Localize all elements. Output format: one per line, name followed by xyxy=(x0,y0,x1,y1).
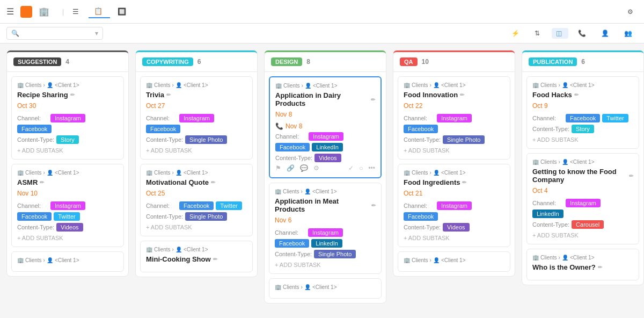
content-type-tag: Single Photo xyxy=(443,135,485,144)
edit-icon[interactable]: ✏ xyxy=(460,92,464,98)
col-body-publication: 🏢 Clients › 👤 <Client 1> Food Hacks ✏ Oc… xyxy=(522,72,643,285)
card[interactable]: 🏢 Clients › 👤 <Client 1> Application in … xyxy=(269,183,382,274)
subtasks-button[interactable]: 📞 xyxy=(575,28,591,39)
add-subtask-button[interactable]: + ADD SUBTASK xyxy=(532,136,633,143)
me-button[interactable]: 👤 xyxy=(598,28,614,39)
more-icon[interactable]: ••• xyxy=(368,164,375,172)
content-type-label: Content-Type: xyxy=(532,126,569,132)
breadcrumb-clients-icon: 🏢 xyxy=(532,82,539,88)
comment-icon[interactable]: 💬 xyxy=(300,164,308,172)
channel-label: Channel: xyxy=(532,200,564,206)
breadcrumb-user-icon: 👤 xyxy=(304,189,311,194)
card[interactable]: 🏢 Clients › 👤 <Client 1> Food Hacks ✏ Oc… xyxy=(526,76,639,149)
breadcrumb-user-icon: 👤 xyxy=(175,247,182,252)
app-icon xyxy=(20,6,32,18)
group-by-button[interactable]: ◫ xyxy=(552,28,568,39)
card[interactable]: 🏢 Clients › 👤 <Client 1> xyxy=(398,251,510,272)
channel-label: Channel: xyxy=(275,133,306,140)
add-subtask-button[interactable]: + ADD SUBTASK xyxy=(17,147,118,154)
tab-content-stage[interactable]: 📋 xyxy=(89,5,110,18)
edit-icon[interactable]: ✏ xyxy=(40,179,44,185)
card[interactable]: 🏢 Clients › 👤 <Client 1> Food Innovation… xyxy=(398,76,510,160)
edit-icon[interactable]: ✏ xyxy=(574,92,579,98)
card[interactable]: 🏢 Clients › 👤 <Client 1> ASMR ✏ Nov 10 C… xyxy=(11,164,124,247)
card-breadcrumb: 🏢 Clients › 👤 <Client 1> xyxy=(275,83,375,89)
sort-button[interactable]: ⇅ xyxy=(531,28,545,39)
column-design: DESIGN 8 🏢 Clients › 👤 <Client 1> Applic… xyxy=(264,50,386,303)
link-icon[interactable]: 🔗 xyxy=(287,164,295,172)
automation-button[interactable]: ⚙ xyxy=(623,6,638,18)
breadcrumb-user-icon: 👤 xyxy=(304,284,311,290)
breadcrumb-clients-icon: 🏢 xyxy=(404,82,410,88)
card[interactable]: 🏢 Clients › 👤 <Client 1> Who is the Owne… xyxy=(526,249,639,280)
circle-icon[interactable]: ○ xyxy=(359,164,363,172)
breadcrumb-user-icon: 👤 xyxy=(433,170,440,176)
edit-icon[interactable]: ✏ xyxy=(462,179,466,185)
breadcrumb-clients-icon: 🏢 xyxy=(275,83,282,89)
content-type-tag: Story xyxy=(572,125,594,133)
card[interactable]: 🏢 Clients › 👤 <Client 1> Mini-Cooking Sh… xyxy=(140,241,253,272)
channel-tag: Facebook xyxy=(179,201,214,210)
settings-icon[interactable]: ⚙ xyxy=(313,164,319,172)
tab-add-view[interactable] xyxy=(136,10,147,14)
add-subtask-button[interactable]: + ADD SUBTASK xyxy=(275,262,376,268)
channel-tag: Facebook xyxy=(17,125,52,133)
phone-icon: 📞 xyxy=(275,122,283,130)
card[interactable]: 🏢 Clients › 👤 <Client 1> Recipe Sharing … xyxy=(11,76,124,160)
card-content-type-row: Content-Type: Videos xyxy=(275,154,375,162)
filter-button[interactable]: ⚡ xyxy=(508,28,525,39)
card-channel-row: Channel: FacebookTwitter xyxy=(146,201,247,210)
card-content-type-row: Content-Type: Single Photo xyxy=(275,250,376,258)
card[interactable]: 🏢 Clients › 👤 <Client 1> Trivia ✏ Oct 27… xyxy=(140,76,253,160)
add-subtask-button[interactable]: + ADD SUBTASK xyxy=(404,147,504,154)
search-box[interactable]: 🔍 ▾ xyxy=(6,27,103,40)
card[interactable]: 🏢 Clients › 👤 <Client 1> Application in … xyxy=(269,76,382,178)
add-subtask-button[interactable]: + ADD SUBTASK xyxy=(404,235,504,241)
card[interactable]: 🏢 Clients › 👤 <Client 1> Getting to know… xyxy=(526,153,639,244)
edit-icon[interactable]: ✏ xyxy=(371,203,376,208)
edit-icon[interactable]: ✏ xyxy=(629,173,633,179)
card-content-type-row: Content-Type: Single Photo xyxy=(146,212,247,221)
card-date: Nov 8 xyxy=(275,111,375,118)
card-date: Oct 25 xyxy=(146,190,247,197)
channel-tag: Instagram xyxy=(309,132,343,141)
card[interactable]: 🏢 Clients › 👤 <Client 1> xyxy=(11,251,124,272)
card-breadcrumb: 🏢 Clients › 👤 <Client 1> xyxy=(17,82,118,88)
col-count-publication: 6 xyxy=(581,58,585,66)
add-subtask-button[interactable]: + ADD SUBTASK xyxy=(17,235,118,241)
tab-qa-stage[interactable]: 🔲 xyxy=(112,5,134,18)
content-type-label: Content-Type: xyxy=(275,251,312,257)
edit-icon[interactable]: ✏ xyxy=(70,92,75,98)
edit-icon[interactable]: ✏ xyxy=(371,97,375,103)
channel-tag: Twitter xyxy=(216,201,241,210)
edit-icon[interactable]: ✏ xyxy=(211,179,215,185)
card[interactable]: 🏢 Clients › 👤 <Client 1> Motivational Qu… xyxy=(140,164,253,236)
card-date: Oct 22 xyxy=(404,102,504,110)
channel-tag: LinkedIn xyxy=(312,143,343,151)
hamburger-icon[interactable]: ☰ xyxy=(6,6,14,17)
breadcrumb-clients-icon: 🏢 xyxy=(146,170,152,176)
add-subtask-button[interactable]: + ADD SUBTASK xyxy=(146,147,247,154)
card[interactable]: 🏢 Clients › 👤 <Client 1> Food Ingredient… xyxy=(398,164,510,247)
card-title: Who is the Owner? ✏ xyxy=(532,263,633,271)
card-channel-row: Channel: InstagramFacebookLinkedIn xyxy=(275,132,375,151)
group-icon: ◫ xyxy=(556,30,562,37)
card[interactable]: 🏢 Clients › 👤 <Client 1> xyxy=(269,278,382,299)
col-header-suggestion: SUGGESTION 4 xyxy=(7,50,128,72)
edit-icon[interactable]: ✏ xyxy=(598,264,602,270)
auto-icon: ⚙ xyxy=(627,8,633,16)
channel-tag: Instagram xyxy=(50,201,85,210)
breadcrumb-clients-icon: 🏢 xyxy=(404,257,410,263)
edit-icon[interactable]: ✏ xyxy=(166,92,171,98)
search-chevron-icon[interactable]: ▾ xyxy=(95,30,98,37)
tab-content-list[interactable]: ☰ xyxy=(67,5,86,18)
channel-label: Channel: xyxy=(146,203,177,209)
assignee-button[interactable]: 👥 xyxy=(621,28,638,39)
check-icon[interactable]: ✓ xyxy=(348,164,354,172)
flag-icon[interactable]: ⚑ xyxy=(275,164,281,172)
add-subtask-button[interactable]: + ADD SUBTASK xyxy=(532,232,633,238)
edit-icon[interactable]: ✏ xyxy=(213,256,217,262)
card-breadcrumb: 🏢 Clients › 👤 <Client 1> xyxy=(146,82,247,88)
column-publication: PUBLICATION 6 🏢 Clients › 👤 <Client 1> F… xyxy=(522,50,644,285)
add-subtask-button[interactable]: + ADD SUBTASK xyxy=(146,224,247,230)
